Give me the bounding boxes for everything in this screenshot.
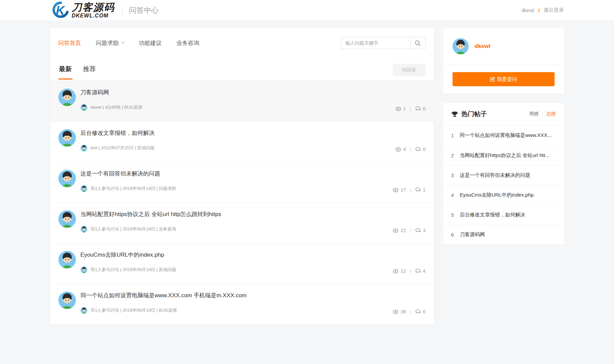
comments-icon (415, 188, 421, 192)
comments-count: 0 (423, 106, 426, 111)
views-count: 22 (400, 228, 406, 233)
tab-newest[interactable]: 最新 (58, 65, 73, 80)
comments-count: 4 (423, 268, 426, 274)
comments-count: 3 (423, 228, 426, 233)
author-avatar[interactable] (58, 292, 76, 309)
logo-k-icon: K (50, 2, 70, 19)
views-icon (393, 188, 398, 192)
comments-count: 1 (423, 187, 426, 193)
hot-posts-title: 热门帖子 (462, 110, 487, 118)
question-meta: 等1人参与讨论 | 2019年08月14日 | BUG反馈 (81, 307, 426, 314)
meta-avatar (81, 104, 87, 111)
question-list-item[interactable]: 刀客源码网 dkewl | 4分钟前 | BUG反馈 1 | 0 (50, 81, 434, 121)
hot-post-item[interactable]: 1 同一个站点如何设置电脑端是www.XXX... (443, 125, 564, 145)
hot-tab-weekly[interactable]: 周榜 (529, 111, 538, 117)
question-title-link[interactable]: 当网站配置好https协议之后 全站url http怎么跳转到https (81, 210, 221, 218)
question-title-link[interactable]: 同一个站点如何设置电脑端是www.XXX.com 手机端是m.XXX.com (81, 292, 247, 300)
header-separator: / (538, 7, 539, 13)
nav-item-feature[interactable]: 功能建议 (139, 39, 162, 47)
question-list-item[interactable]: 当网站配置好https协议之后 全站url http怎么跳转到https 等1人… (50, 203, 434, 243)
question-stats: 22 | 3 (393, 228, 425, 233)
meta-avatar (81, 266, 87, 273)
ask-question-button[interactable]: 我要提问 (453, 72, 555, 86)
author-avatar[interactable] (58, 89, 76, 106)
search-input[interactable] (341, 37, 410, 49)
comments-count: 6 (423, 309, 426, 314)
author-avatar[interactable] (58, 170, 76, 187)
question-title-link[interactable]: 这是一个有回答但未解决的问题 (81, 170, 160, 178)
user-name-link[interactable]: dkewl (475, 43, 490, 50)
question-list-item[interactable]: EyouCms去除URL中的index.php 等1人参与讨论 | 2019年0… (50, 243, 434, 284)
feed-tabs: 最新 推荐 待回答 (58, 64, 426, 81)
views-count: 4 (403, 147, 406, 152)
views-count: 12 (400, 268, 406, 274)
question-title-link[interactable]: 后台修改文章报错，如何解决 (81, 129, 155, 137)
hot-posts-card: 热门帖子 周榜 | 总榜 1 同一个站点如何设置电脑端是www.XXX... 2… (443, 103, 564, 244)
hot-posts-list: 1 同一个站点如何设置电脑端是www.XXX... 2 当网站配置好https协… (443, 125, 564, 244)
top-header: K 刀客源码 DKEWL.COM 问答中心 dkewl / 退出登录 (0, 0, 614, 21)
header-user-area: dkewl / 退出登录 (521, 7, 564, 13)
views-count: 1 (403, 106, 406, 111)
comments-count: 0 (423, 147, 426, 152)
meta-avatar (81, 226, 87, 232)
chevron-down-icon (121, 40, 125, 44)
question-list-item[interactable]: 后台修改文章报错，如何解决 test | 2022年07月25日 | 其他问题 … (50, 121, 434, 162)
question-meta: 等1人参与讨论 | 2019年08月14日 | 业务咨询 (81, 226, 426, 232)
question-stats: 4 | 0 (395, 147, 425, 152)
question-meta: 等1人参与讨论 | 2019年08月14日 | 其他问题 (81, 266, 426, 273)
search-icon (415, 40, 421, 46)
comments-icon (415, 309, 421, 314)
page-title: 问答中心 (122, 5, 159, 15)
question-stats: 17 | 1 (393, 187, 425, 193)
views-icon (393, 310, 398, 314)
nav-item-help[interactable]: 问题求助 (96, 39, 124, 47)
author-avatar[interactable] (58, 129, 76, 147)
comments-icon (415, 269, 421, 273)
question-list-item[interactable]: 同一个站点如何设置电脑端是www.XXX.com 手机端是m.XXX.com 等… (50, 284, 434, 324)
question-stats: 12 | 4 (393, 268, 425, 274)
trophy-icon (451, 111, 458, 118)
views-count: 36 (400, 309, 406, 314)
brand-name: 刀客源码 (72, 2, 115, 12)
views-count: 17 (400, 187, 406, 193)
question-list-item[interactable]: 这是一个有回答但未解决的问题 等1人参与讨论 | 2019年08月14日 | 问… (50, 162, 434, 203)
author-avatar[interactable] (58, 210, 76, 228)
user-card: dkewl 我要提问 (443, 28, 564, 94)
tab-recommended[interactable]: 推荐 (83, 65, 97, 80)
question-title-link[interactable]: EyouCms去除URL中的index.php (81, 251, 164, 259)
hot-tab-total[interactable]: 总榜 (547, 111, 556, 117)
nav-item-qa-home[interactable]: 问答首页 (58, 39, 81, 47)
site-logo[interactable]: K 刀客源码 DKEWL.COM (50, 2, 115, 19)
comments-icon (415, 228, 421, 233)
main-panel: 问答首页 问题求助 功能建议 业务咨询 最新 推荐 待回答 (50, 28, 434, 324)
hot-post-item[interactable]: 6 刀客源码网 (443, 224, 564, 244)
meta-avatar (81, 145, 87, 151)
comments-icon (415, 147, 421, 152)
brand-domain: DKEWL.COM (72, 13, 115, 18)
views-icon (393, 228, 398, 233)
question-title-link[interactable]: 刀客源码网 (81, 89, 109, 97)
hot-post-item[interactable]: 4 EyouCms去除URL中的index.php (443, 185, 564, 205)
meta-avatar (81, 185, 87, 192)
edit-icon (490, 76, 495, 82)
logout-link[interactable]: 退出登录 (544, 7, 564, 13)
hot-post-item[interactable]: 5 后台修改文章报错，如何解决 (443, 205, 564, 224)
meta-avatar (81, 307, 87, 314)
section-nav: 问答首页 问题求助 功能建议 业务咨询 (58, 28, 426, 52)
hot-post-item[interactable]: 3 这是一个有回答但未解决的问题 (443, 165, 564, 185)
question-stats: 36 | 6 (393, 309, 425, 314)
question-stats: 1 | 0 (395, 106, 425, 111)
search-box (341, 37, 426, 49)
hot-post-item[interactable]: 2 当网站配置好https协议之后 全站url htt... (443, 145, 564, 165)
comments-icon (415, 106, 421, 111)
user-avatar[interactable] (453, 38, 469, 54)
question-meta: 等1人参与讨论 | 2019年08月14日 | 问题求助 (81, 185, 426, 192)
header-username-link[interactable]: dkewl (521, 7, 534, 13)
author-avatar[interactable] (58, 251, 76, 268)
pending-answers-button[interactable]: 待回答 (393, 64, 426, 76)
question-meta: test | 2022年07月25日 | 其他问题 (81, 145, 426, 151)
views-icon (393, 269, 398, 273)
svg-text:K: K (56, 3, 65, 17)
search-button[interactable] (410, 37, 425, 49)
nav-item-business[interactable]: 业务咨询 (177, 39, 199, 47)
